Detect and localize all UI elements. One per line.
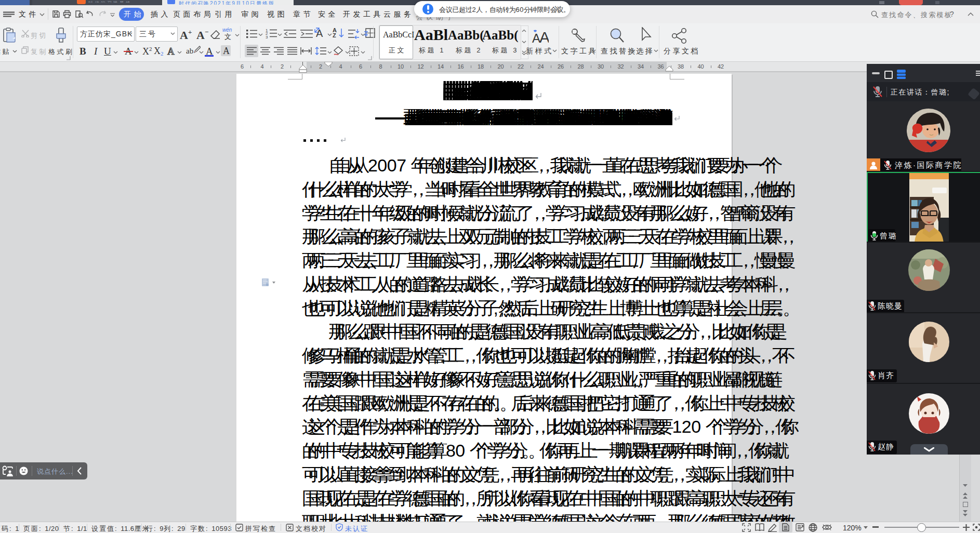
svg-text:3: 3 xyxy=(266,35,268,38)
svg-text:A: A xyxy=(539,29,549,45)
